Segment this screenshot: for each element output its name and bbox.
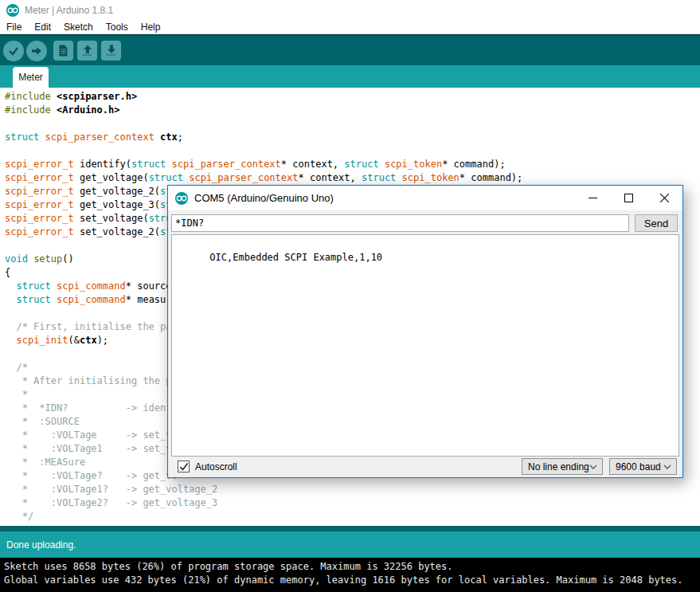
tab-meter[interactable]: Meter <box>13 67 49 88</box>
send-row: Send <box>168 210 682 232</box>
send-button[interactable]: Send <box>635 214 678 232</box>
code-line: * :VOLTage1? -> get_voltage_2 <box>5 483 700 496</box>
serial-output-area[interactable]: OIC,Embedded SCPI Example,1,10 <box>171 234 679 457</box>
serial-monitor-bottom-bar: Autoscroll No line ending 9600 baud <box>168 457 682 476</box>
window-controls <box>575 186 682 210</box>
checkmark-icon <box>179 462 189 472</box>
code-line: scpi_error_t identify(struct scpi_parser… <box>5 158 700 171</box>
code-line: scpi_error_t get_voltage(struct scpi_par… <box>5 171 700 185</box>
console-line: Global variables use 432 bytes (21%) of … <box>4 574 700 587</box>
autoscroll-checkbox[interactable] <box>178 461 190 472</box>
chevron-down-icon <box>663 465 671 469</box>
menu-help[interactable]: Help <box>135 22 167 33</box>
serial-output-text: OIC,Embedded SCPI Example,1,10 <box>209 252 382 263</box>
upload-button[interactable] <box>26 41 47 61</box>
line-ending-select[interactable]: No line ending <box>522 458 603 475</box>
code-line: * :VOLTage2? -> get_voltage_3 <box>5 496 700 510</box>
menu-edit[interactable]: Edit <box>28 22 57 33</box>
baud-rate-select[interactable]: 9600 baud <box>609 458 677 475</box>
tab-strip: Meter <box>0 65 700 88</box>
right-arrow-icon <box>31 46 42 56</box>
toolbar <box>0 34 700 65</box>
arduino-logo-icon <box>6 4 19 17</box>
baud-rate-value: 9600 baud <box>616 461 663 472</box>
arduino-ide-window: Meter | Arduino 1.8.1 File Edit Sketch T… <box>0 0 700 592</box>
serial-input[interactable] <box>171 214 629 232</box>
menu-tools[interactable]: Tools <box>100 22 135 33</box>
menu-bar: File Edit Sketch Tools Help <box>0 21 700 34</box>
console-line: Sketch uses 8658 bytes (26%) of program … <box>4 560 700 574</box>
code-line: */ <box>5 510 700 523</box>
line-ending-value: No line ending <box>528 461 589 472</box>
open-button[interactable] <box>77 41 97 61</box>
maximize-icon <box>624 194 633 202</box>
autoscroll-label: Autoscroll <box>195 461 237 472</box>
save-button[interactable] <box>101 41 121 61</box>
minimize-icon <box>589 194 597 202</box>
arduino-logo-icon <box>175 192 188 205</box>
code-line <box>5 117 700 131</box>
document-icon <box>58 45 68 57</box>
chevron-down-icon <box>589 465 597 469</box>
title-bar: Meter | Arduino 1.8.1 <box>0 0 700 21</box>
menu-sketch[interactable]: Sketch <box>57 22 100 33</box>
window-title: Meter | Arduino 1.8.1 <box>25 5 113 16</box>
console-output: Sketch uses 8658 bytes (26%) of program … <box>0 558 700 592</box>
serial-monitor-title-bar[interactable]: COM5 (Arduino/Genuino Uno) <box>168 186 682 210</box>
maximize-button[interactable] <box>611 186 647 210</box>
check-icon <box>8 46 19 56</box>
tab-label: Meter <box>18 72 43 83</box>
menu-file[interactable]: File <box>0 22 28 33</box>
new-sketch-button[interactable] <box>53 41 73 61</box>
code-line: #include <Arduino.h> <box>5 104 700 117</box>
status-bar: Done uploading. <box>0 531 700 558</box>
close-button[interactable] <box>647 186 682 210</box>
serial-monitor-title: COM5 (Arduino/Genuino Uno) <box>194 192 334 204</box>
code-line: struct scpi_parser_context ctx; <box>5 131 700 144</box>
close-icon <box>660 194 669 202</box>
verify-button[interactable] <box>3 41 24 61</box>
editor-console-divider <box>0 526 700 531</box>
arrow-up-icon <box>82 45 93 57</box>
status-message: Done uploading. <box>6 539 76 551</box>
code-line <box>5 144 700 158</box>
minimize-button[interactable] <box>575 186 611 210</box>
serial-monitor-dialog: COM5 (Arduino/Genuino Uno) <box>167 185 683 478</box>
code-line: #include <scpiparser.h> <box>5 90 700 104</box>
arrow-down-icon <box>106 45 117 57</box>
